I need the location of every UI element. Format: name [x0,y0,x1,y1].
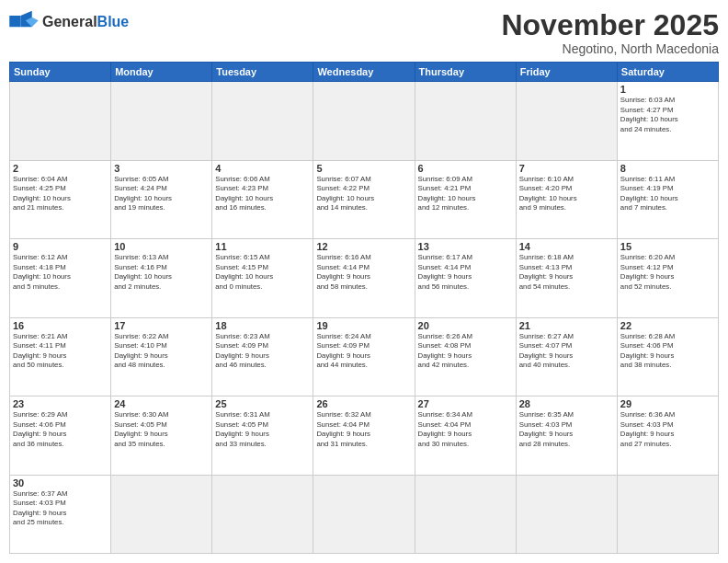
calendar-cell: 19Sunrise: 6:24 AM Sunset: 4:09 PM Dayli… [313,317,415,396]
day-info: Sunrise: 6:36 AM Sunset: 4:03 PM Dayligh… [620,410,715,449]
calendar-cell: 12Sunrise: 6:16 AM Sunset: 4:14 PM Dayli… [313,239,415,317]
calendar-cell: 7Sunrise: 6:10 AM Sunset: 4:20 PM Daylig… [516,160,617,238]
day-number: 16 [13,320,108,331]
calendar-cell: 2Sunrise: 6:04 AM Sunset: 4:25 PM Daylig… [10,160,111,238]
calendar-cell: 10Sunrise: 6:13 AM Sunset: 4:16 PM Dayli… [111,239,212,317]
day-info: Sunrise: 6:31 AM Sunset: 4:05 PM Dayligh… [215,410,310,449]
day-info: Sunrise: 6:24 AM Sunset: 4:09 PM Dayligh… [316,332,411,371]
day-number: 23 [13,398,108,409]
calendar-header-row: SundayMondayTuesdayWednesdayThursdayFrid… [10,63,719,82]
calendar-cell [313,475,415,553]
calendar-cell: 28Sunrise: 6:35 AM Sunset: 4:03 PM Dayli… [516,396,617,475]
day-number: 1 [620,84,715,95]
day-info: Sunrise: 6:37 AM Sunset: 4:03 PM Dayligh… [13,489,108,528]
day-info: Sunrise: 6:29 AM Sunset: 4:06 PM Dayligh… [13,410,108,449]
calendar-header-monday: Monday [111,63,212,82]
calendar-cell: 14Sunrise: 6:18 AM Sunset: 4:13 PM Dayli… [516,239,617,317]
day-info: Sunrise: 6:27 AM Sunset: 4:07 PM Dayligh… [519,332,614,371]
calendar-cell: 23Sunrise: 6:29 AM Sunset: 4:06 PM Dayli… [10,396,111,475]
day-number: 17 [114,320,209,331]
day-info: Sunrise: 6:17 AM Sunset: 4:14 PM Dayligh… [418,253,513,292]
day-number: 21 [519,320,614,331]
calendar-cell: 13Sunrise: 6:17 AM Sunset: 4:14 PM Dayli… [415,239,516,317]
day-number: 3 [114,163,209,174]
day-number: 7 [519,163,614,174]
day-info: Sunrise: 6:09 AM Sunset: 4:21 PM Dayligh… [418,175,513,213]
day-info: Sunrise: 6:28 AM Sunset: 4:06 PM Dayligh… [620,332,715,371]
calendar-cell: 8Sunrise: 6:11 AM Sunset: 4:19 PM Daylig… [617,160,718,238]
logo-icon [9,9,39,35]
calendar-cell: 9Sunrise: 6:12 AM Sunset: 4:18 PM Daylig… [10,239,111,317]
calendar-cell: 25Sunrise: 6:31 AM Sunset: 4:05 PM Dayli… [212,396,313,475]
day-number: 8 [620,163,715,174]
calendar-cell [10,82,111,160]
calendar-cell: 11Sunrise: 6:15 AM Sunset: 4:15 PM Dayli… [212,239,313,317]
calendar-week-row: 9Sunrise: 6:12 AM Sunset: 4:18 PM Daylig… [10,239,719,317]
logo-text: GeneralBlue [42,15,129,29]
day-info: Sunrise: 6:22 AM Sunset: 4:10 PM Dayligh… [114,332,209,371]
day-info: Sunrise: 6:18 AM Sunset: 4:13 PM Dayligh… [519,253,614,292]
day-info: Sunrise: 6:04 AM Sunset: 4:25 PM Dayligh… [13,175,108,213]
calendar-cell: 21Sunrise: 6:27 AM Sunset: 4:07 PM Dayli… [516,317,617,396]
calendar-week-row: 30Sunrise: 6:37 AM Sunset: 4:03 PM Dayli… [10,475,719,553]
day-number: 25 [215,398,310,409]
day-info: Sunrise: 6:03 AM Sunset: 4:27 PM Dayligh… [620,96,715,134]
day-number: 12 [316,241,411,252]
calendar-cell [111,475,212,553]
day-info: Sunrise: 6:26 AM Sunset: 4:08 PM Dayligh… [418,332,513,371]
day-number: 6 [418,163,513,174]
calendar-header-thursday: Thursday [415,63,516,82]
calendar-cell: 24Sunrise: 6:30 AM Sunset: 4:05 PM Dayli… [111,396,212,475]
calendar-header-wednesday: Wednesday [313,63,415,82]
day-info: Sunrise: 6:13 AM Sunset: 4:16 PM Dayligh… [114,253,209,292]
day-number: 11 [215,241,310,252]
day-info: Sunrise: 6:06 AM Sunset: 4:23 PM Dayligh… [215,175,310,213]
calendar-week-row: 23Sunrise: 6:29 AM Sunset: 4:06 PM Dayli… [10,396,719,475]
calendar-cell: 30Sunrise: 6:37 AM Sunset: 4:03 PM Dayli… [10,475,111,553]
day-number: 26 [316,398,411,409]
day-number: 9 [13,241,108,252]
calendar-cell [415,82,516,160]
day-number: 20 [418,320,513,331]
day-info: Sunrise: 6:20 AM Sunset: 4:12 PM Dayligh… [620,253,715,292]
calendar-cell: 29Sunrise: 6:36 AM Sunset: 4:03 PM Dayli… [617,396,718,475]
day-info: Sunrise: 6:16 AM Sunset: 4:14 PM Dayligh… [316,253,411,292]
calendar-cell [212,475,313,553]
day-number: 29 [620,398,715,409]
day-number: 2 [13,163,108,174]
day-info: Sunrise: 6:30 AM Sunset: 4:05 PM Dayligh… [114,410,209,449]
calendar-cell: 22Sunrise: 6:28 AM Sunset: 4:06 PM Dayli… [617,317,718,396]
calendar-cell [617,475,718,553]
calendar-cell [415,475,516,553]
day-number: 27 [418,398,513,409]
day-info: Sunrise: 6:10 AM Sunset: 4:20 PM Dayligh… [519,175,614,213]
calendar-cell: 6Sunrise: 6:09 AM Sunset: 4:21 PM Daylig… [415,160,516,238]
calendar-cell: 20Sunrise: 6:26 AM Sunset: 4:08 PM Dayli… [415,317,516,396]
day-info: Sunrise: 6:12 AM Sunset: 4:18 PM Dayligh… [13,253,108,292]
calendar-cell: 4Sunrise: 6:06 AM Sunset: 4:23 PM Daylig… [212,160,313,238]
day-number: 30 [13,477,108,488]
calendar-cell [516,82,617,160]
day-info: Sunrise: 6:35 AM Sunset: 4:03 PM Dayligh… [519,410,614,449]
calendar-cell: 1Sunrise: 6:03 AM Sunset: 4:27 PM Daylig… [617,82,718,160]
calendar-week-row: 1Sunrise: 6:03 AM Sunset: 4:27 PM Daylig… [10,82,719,160]
calendar-cell: 26Sunrise: 6:32 AM Sunset: 4:04 PM Dayli… [313,396,415,475]
day-number: 13 [418,241,513,252]
calendar-cell: 18Sunrise: 6:23 AM Sunset: 4:09 PM Dayli… [212,317,313,396]
calendar-header-tuesday: Tuesday [212,63,313,82]
day-info: Sunrise: 6:05 AM Sunset: 4:24 PM Dayligh… [114,175,209,213]
calendar-header-friday: Friday [516,63,617,82]
main-title: November 2025 [501,9,719,41]
header: GeneralBlue November 2025 Negotino, Nort… [9,9,719,56]
page: GeneralBlue November 2025 Negotino, Nort… [0,0,728,563]
calendar-week-row: 16Sunrise: 6:21 AM Sunset: 4:11 PM Dayli… [10,317,719,396]
day-info: Sunrise: 6:23 AM Sunset: 4:09 PM Dayligh… [215,332,310,371]
calendar-cell: 16Sunrise: 6:21 AM Sunset: 4:11 PM Dayli… [10,317,111,396]
calendar-cell: 5Sunrise: 6:07 AM Sunset: 4:22 PM Daylig… [313,160,415,238]
day-number: 14 [519,241,614,252]
calendar-table: SundayMondayTuesdayWednesdayThursdayFrid… [9,62,719,554]
calendar-cell: 17Sunrise: 6:22 AM Sunset: 4:10 PM Dayli… [111,317,212,396]
day-number: 28 [519,398,614,409]
calendar-cell: 27Sunrise: 6:34 AM Sunset: 4:04 PM Dayli… [415,396,516,475]
day-number: 10 [114,241,209,252]
